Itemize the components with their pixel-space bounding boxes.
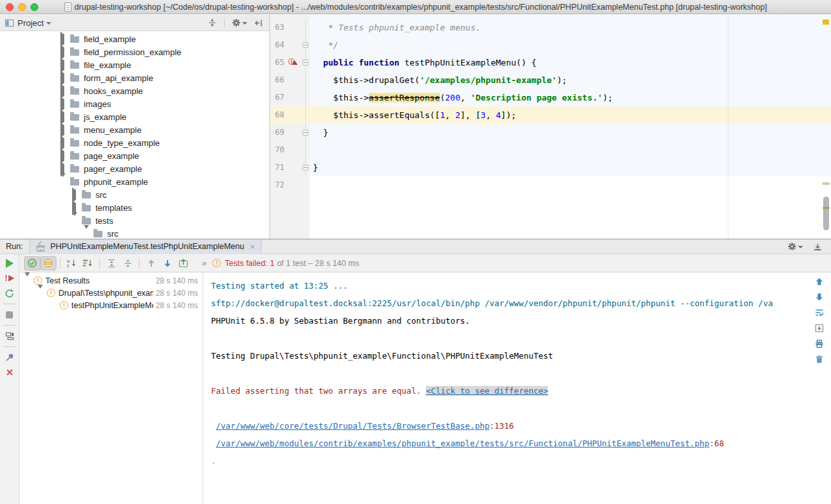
line-number[interactable]: 69: [270, 124, 287, 141]
minimize-window-button[interactable]: [18, 3, 26, 11]
tree-item-templates[interactable]: templates: [0, 201, 269, 214]
code-line-text[interactable]: $this->drupalGet('/examples/phpunit-exam…: [310, 71, 831, 89]
project-view-dropdown-icon[interactable]: [46, 22, 51, 25]
previous-failed-test-button[interactable]: [143, 256, 159, 270]
code-line-text[interactable]: [310, 176, 831, 194]
scrollbar-thumb[interactable]: [823, 197, 829, 230]
line-number[interactable]: 71: [270, 159, 287, 176]
fold-marker-icon[interactable]: [303, 130, 308, 136]
console-link[interactable]: <Click to see difference>: [426, 386, 548, 396]
tree-item-field_permission_example[interactable]: field_permission_example: [0, 45, 269, 58]
scroll-down-button[interactable]: [812, 290, 826, 304]
code-line-text[interactable]: */: [310, 36, 831, 54]
more-actions-icon[interactable]: »: [202, 258, 206, 268]
line-number[interactable]: 70: [270, 141, 287, 159]
chevron-collapsed-icon[interactable]: [72, 203, 79, 213]
chevron-expanded-icon[interactable]: [84, 229, 90, 239]
hide-panel-icon[interactable]: [254, 19, 263, 27]
tree-item-phpunit_example[interactable]: phpunit_example: [0, 175, 269, 188]
code-editor[interactable]: 63 * Tests phpunit_example menus.64 */65…: [270, 15, 831, 239]
tree-item-js_example[interactable]: js_example: [0, 110, 269, 123]
failed-test-gutter-icon[interactable]: !: [288, 58, 297, 67]
close-tab-icon[interactable]: ×: [250, 243, 255, 251]
show-ignored-button[interactable]: [40, 256, 56, 270]
chevron-collapsed-icon[interactable]: [60, 151, 67, 161]
chevron-expanded-icon[interactable]: [72, 216, 79, 226]
tree-item-src[interactable]: src: [0, 188, 269, 201]
soft-wrap-button[interactable]: [812, 306, 826, 320]
chevron-collapsed-icon[interactable]: [60, 60, 67, 70]
test-tree-row-2[interactable]: !testPhpUnitExampleMenu28 s 140 ms: [19, 299, 203, 311]
code-line-text[interactable]: public function testPhpUnitExampleMenu()…: [310, 54, 831, 71]
code-line-text[interactable]: [310, 141, 831, 159]
line-number[interactable]: 63: [270, 19, 287, 36]
editor-line-68[interactable]: 68 $this->assertEquals([1, 2], [3, 4]);: [270, 106, 831, 124]
chevron-collapsed-icon[interactable]: [60, 99, 67, 109]
hide-panel-icon[interactable]: [813, 243, 822, 251]
tree-item-tests[interactable]: tests: [0, 214, 269, 227]
zoom-window-button[interactable]: [31, 3, 38, 11]
tree-item-form_api_example[interactable]: form_api_example: [0, 71, 269, 84]
clear-console-button[interactable]: [812, 352, 826, 366]
line-number[interactable]: 72: [270, 176, 287, 194]
rerun-button[interactable]: [3, 257, 16, 270]
scroll-to-end-button[interactable]: [812, 321, 826, 335]
code-line-text[interactable]: }: [310, 124, 831, 141]
scroll-up-button[interactable]: [812, 274, 826, 289]
sort-by-duration-button[interactable]: [80, 256, 96, 270]
editor-line-69[interactable]: 69 }: [270, 124, 831, 141]
stop-button[interactable]: [3, 308, 16, 321]
expand-all-button[interactable]: [103, 256, 119, 270]
code-line-text[interactable]: * Tests phpunit_example menus.: [310, 19, 831, 36]
line-number[interactable]: 68: [270, 106, 287, 124]
tree-item-images[interactable]: images: [0, 97, 269, 110]
chevron-collapsed-icon[interactable]: [60, 112, 67, 122]
line-number[interactable]: 66: [270, 71, 287, 89]
show-passed-button[interactable]: [24, 256, 40, 270]
editor-line-72[interactable]: 72: [270, 176, 831, 194]
fold-marker-icon[interactable]: [303, 42, 308, 48]
test-tree-row-1[interactable]: !Drupal\Tests\phpunit_example\Functional…: [19, 287, 203, 299]
fold-marker-icon[interactable]: [303, 60, 308, 66]
chevron-collapsed-icon[interactable]: [60, 86, 67, 96]
console-link[interactable]: /var/www/web/core/tests/Drupal/Tests/Bro…: [216, 421, 490, 431]
tree-item-menu_example[interactable]: menu_example: [0, 123, 269, 136]
next-failed-test-button[interactable]: [159, 256, 175, 270]
editor-line-71[interactable]: 71}: [270, 159, 831, 176]
pin-tab-button[interactable]: [3, 351, 16, 364]
collapse-all-icon[interactable]: [208, 18, 217, 27]
line-number[interactable]: 64: [270, 36, 287, 54]
error-stripe-indicator[interactable]: [823, 19, 829, 25]
project-settings-button[interactable]: [232, 18, 247, 27]
tree-item-hooks_example[interactable]: hooks_example: [0, 84, 269, 97]
print-button[interactable]: [812, 337, 826, 351]
error-stripe-mark[interactable]: [823, 182, 830, 185]
chevron-collapsed-icon[interactable]: [60, 125, 67, 135]
chevron-expanded-icon[interactable]: [60, 177, 67, 187]
chevron-collapsed-icon[interactable]: [72, 190, 79, 200]
run-settings-button[interactable]: [788, 242, 803, 251]
rerun-failed-tests-button[interactable]: !: [3, 272, 16, 285]
chevron-expanded-icon[interactable]: [25, 276, 31, 285]
close-window-button[interactable]: [6, 3, 14, 11]
chevron-collapsed-icon[interactable]: [60, 138, 67, 148]
restore-layout-button[interactable]: [3, 330, 16, 342]
tree-item-file_example[interactable]: file_example: [0, 58, 269, 71]
tree-item-pager_example[interactable]: pager_example: [0, 162, 269, 175]
tree-item-field_example[interactable]: field_example: [0, 32, 269, 45]
editor-line-65[interactable]: 65! public function testPhpUnitExampleMe…: [270, 54, 831, 71]
sort-alphabetically-button[interactable]: az: [64, 256, 80, 270]
test-tree-row-0[interactable]: !Test Results28 s 140 ms: [19, 274, 203, 287]
fold-marker-icon[interactable]: [303, 165, 308, 171]
project-panel-title[interactable]: Project: [18, 18, 43, 28]
code-line-text[interactable]: }: [310, 159, 831, 176]
run-configuration-tab[interactable]: ✓ php PHPUnitExampleMenuTest.testPhpUnit…: [29, 239, 261, 254]
toggle-auto-test-button[interactable]: [3, 287, 16, 300]
collapse-all-button[interactable]: [119, 256, 136, 270]
chevron-expanded-icon[interactable]: [38, 289, 44, 298]
chevron-collapsed-icon[interactable]: [60, 34, 67, 44]
code-line-text[interactable]: $this->assertResponse(200, 'Description …: [310, 89, 831, 106]
line-number[interactable]: 67: [270, 89, 287, 106]
tree-item-page_example[interactable]: page_example: [0, 149, 269, 162]
console-link[interactable]: /var/www/web/modules/contrib/examples/ph…: [216, 438, 710, 448]
